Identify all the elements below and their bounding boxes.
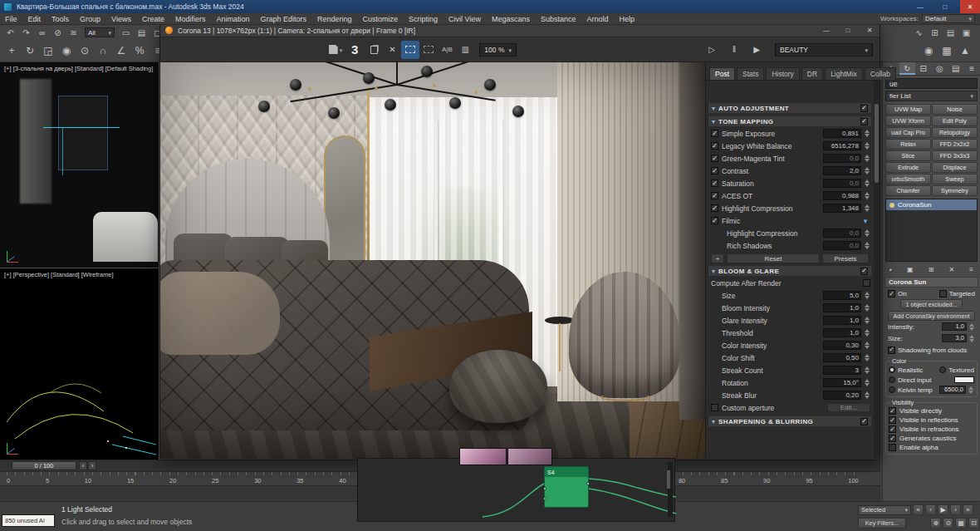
selection-filter-select[interactable]: All [85,27,115,37]
parameter-checkbox[interactable] [711,155,718,162]
menu-item[interactable]: File [5,15,17,23]
menu-item[interactable]: Views [111,15,131,23]
remove-modifier-icon[interactable]: ✕ [948,266,954,273]
modifier-button[interactable]: Sweep [932,174,978,184]
parameter-value[interactable]: 0,20 [823,391,861,400]
material-node-title[interactable]: S4 [545,467,588,477]
modifier-button[interactable]: UVW Xform [885,116,931,126]
parameter-checkbox[interactable] [711,404,718,411]
select-and-link-icon[interactable]: ∞ [35,27,49,39]
percent-snap-icon[interactable]: % [131,42,148,59]
parameter-value[interactable]: 0,0 [823,179,861,188]
menu-item[interactable]: Tools [51,15,69,23]
unlink-selection-icon[interactable]: ⊘ [51,27,65,39]
maxscript-mini-listener[interactable]: 850 unused Ai [2,514,55,527]
next-frame-button[interactable]: › [88,461,96,470]
reset-button[interactable]: Reset [727,253,820,263]
minimize-button[interactable]: — [910,0,930,13]
parameter-checkbox[interactable] [711,192,718,199]
key-mode-select[interactable]: Selected [858,505,911,515]
previous-frame-icon[interactable]: ‹ [925,504,936,515]
viewport-label[interactable]: [+] [3-спальня на дверь] [Standard] [Def… [4,65,153,72]
next-frame-icon[interactable]: › [950,504,961,515]
menu-item[interactable]: Graph Editors [260,15,306,23]
modifier-button[interactable]: Extrude [885,162,931,173]
modifier-list-select[interactable]: fier List [885,91,978,101]
spinner-arrows[interactable] [865,304,870,312]
modifier-button[interactable]: urboSmooth [885,174,931,184]
parameter-value[interactable]: 5,0 [823,291,861,300]
material-node[interactable]: S4 [544,466,589,508]
menu-item[interactable]: Help [620,15,635,23]
vfb-tab[interactable]: LightMix [825,67,863,80]
viewport-perspective[interactable]: [+] [Perspective] [Standard] [Wireframe] [0,268,159,460]
menu-item[interactable]: Civil View [448,15,481,23]
spinner-arrows[interactable] [865,317,870,324]
node-output-port[interactable] [586,482,590,485]
parameter-value[interactable]: 1,0 [823,316,861,325]
schematic-view-icon[interactable]: ⊞ [928,27,942,39]
post-parameter-row[interactable]: Rich Shadows 0,0 [706,239,874,252]
post-parameter-row[interactable]: Bloom Intensity 1,0 [706,302,874,314]
kelvin-temp-radio[interactable] [889,386,895,393]
vfb-title-bar[interactable]: Corona 13 | 1078×762px (1:1) | Camera: 2… [160,24,880,37]
spinner-arrows[interactable] [865,366,870,374]
parameter-value[interactable]: Edit... [827,403,870,412]
parameter-value[interactable]: 0,0 [823,241,861,250]
spinner-arrows[interactable] [865,192,870,199]
parameter-checkbox[interactable] [711,167,718,175]
close-button[interactable]: ✕ [960,0,980,13]
post-parameter-row[interactable]: Compute After Render [706,277,874,289]
sun-on-checkbox[interactable]: On [888,290,907,297]
angle-snap-icon[interactable]: ∠ [113,42,130,59]
parameter-checkbox[interactable] [711,217,718,224]
vfb-maximize-button[interactable]: □ [840,25,856,37]
post-parameter-row[interactable]: Color Shift 0,50 [706,352,874,364]
parameter-checkbox[interactable] [863,279,870,287]
snap-toggle-icon[interactable]: ∩ [95,42,111,59]
parameter-checkbox[interactable] [711,142,718,150]
copy-image-button[interactable] [365,41,383,59]
modifier-button[interactable]: Slice [885,150,931,161]
menu-item[interactable]: Scripting [409,15,438,23]
post-parameter-row[interactable]: Green-Magenta Tint 0,0 [706,152,874,165]
go-to-end-icon[interactable]: » [963,504,973,515]
previous-frame-button[interactable]: ‹ [79,461,87,470]
spinner-arrows[interactable] [865,292,870,299]
menu-item[interactable]: Megascans [492,15,530,23]
viewport-label[interactable]: [+] [Perspective] [Standard] [Wireframe] [4,271,114,278]
render-frame-window-icon[interactable]: ▦ [938,42,955,59]
render-element-select[interactable]: BEAUTY [775,43,873,57]
parameter-value[interactable]: 1,0 [823,303,861,312]
scrollbar-thumb[interactable] [667,470,670,489]
spinner-arrows[interactable] [969,323,975,331]
tone-mapping-header[interactable]: TONE MAPPING [708,116,872,127]
redo-icon[interactable]: ↷ [19,27,33,39]
visibility-checkbox-row[interactable]: Visible in refractions [889,425,974,434]
undo-icon[interactable]: ↶ [3,27,17,39]
intensity-value[interactable]: 1,0 [942,322,967,331]
parameter-value[interactable]: 0,988 [823,191,861,200]
exclude-objects-button[interactable]: 1 object excluded... [900,299,963,309]
select-and-manipulate-icon[interactable]: ⊙ [76,42,93,59]
post-parameter-row[interactable]: Highlight Compression 0,0 [706,227,874,239]
clear-region-button[interactable] [419,41,438,59]
visibility-checkbox[interactable] [889,416,896,424]
modifier-button[interactable]: Displace [932,162,978,173]
spinner-arrows[interactable] [865,342,870,349]
collapse-arrow-icon[interactable] [712,117,715,125]
spinner-arrows[interactable] [865,329,870,337]
direct-input-radio[interactable] [889,376,895,383]
visibility-checkbox[interactable] [889,425,896,433]
sharpening-blurring-header[interactable]: SHARPENING & BLURRING [708,415,872,427]
tab-hierarchy[interactable]: ⊟ [915,62,932,75]
render-resume-icon[interactable]: ▶ [747,41,766,59]
post-parameter-row[interactable]: Streak Blur 0,20 [706,389,874,401]
auto-adjustment-header[interactable]: AUTO ADJUSTMENT [708,102,872,114]
post-parameter-row[interactable]: Highlight Compression 1,348 [706,202,874,214]
go-to-start-icon[interactable]: « [913,504,924,515]
post-parameter-row[interactable]: Color Intensity 0,30 [706,339,874,352]
tab-motion[interactable]: ◎ [932,62,948,75]
menu-item[interactable]: Group [80,15,100,23]
stack-item-coronasun[interactable]: CoronaSun [886,199,977,210]
